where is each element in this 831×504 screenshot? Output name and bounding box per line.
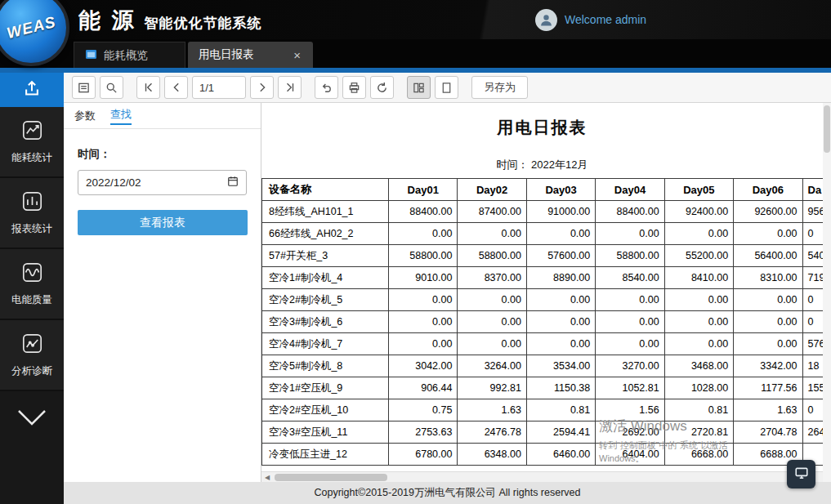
table-row: 空冷2#制冷机_50.000.000.000.000.000.000 [262, 289, 824, 311]
value-cell: 0.00 [526, 311, 595, 333]
tab-find[interactable]: 查找 [110, 107, 132, 125]
previous-page-button[interactable] [164, 76, 188, 99]
device-name-cell: 57#开关柜_3 [262, 245, 389, 267]
value-cell: 906.44 [389, 377, 458, 399]
horizontal-scrollbar[interactable]: ◀ [261, 471, 823, 482]
weas-logo-text: WEAS [5, 13, 58, 42]
column-header: Day03 [526, 179, 595, 201]
chevron-down-icon [14, 407, 50, 431]
sidebar-export-button[interactable] [0, 73, 64, 107]
calendar-icon[interactable] [227, 176, 239, 190]
service-widget-button[interactable] [787, 460, 815, 488]
vertical-scrollbar-thumb[interactable] [824, 105, 830, 153]
app-title-primary: 能 源 [78, 6, 136, 35]
search-icon[interactable] [100, 76, 123, 99]
value-cell: 0 [802, 399, 823, 421]
date-input[interactable]: 2022/12/02 [78, 170, 247, 195]
toggle-parameters-button[interactable] [72, 76, 96, 99]
value-cell: 0.00 [526, 223, 595, 245]
value-cell: 576 [802, 333, 823, 355]
value-cell: 3468.00 [664, 355, 733, 377]
value-cell: 9010.00 [389, 267, 458, 289]
panel-tabs: 参数 查找 [64, 103, 261, 129]
sidebar-collapse-button[interactable] [0, 391, 64, 447]
layout-single-page-button[interactable] [435, 76, 458, 99]
value-cell: 1177.56 [734, 377, 802, 399]
table-row: 57#开关柜_358800.0058800.0057600.0058800.00… [262, 245, 824, 267]
sidebar-item-report-stats[interactable]: 报表统计 [0, 178, 64, 249]
value-cell: 8890.00 [526, 267, 595, 289]
value-cell: 0.00 [596, 289, 664, 311]
value-cell: 0.00 [526, 333, 595, 355]
value-cell: 992.81 [458, 377, 526, 399]
column-header: 设备名称 [262, 179, 389, 201]
value-cell: 2476.78 [458, 421, 526, 444]
value-cell: 1.63 [458, 399, 526, 421]
window-icon [85, 49, 97, 62]
device-name-cell: 空冷5#制冷机_8 [262, 355, 389, 377]
value-cell: 956 [802, 201, 823, 223]
value-cell: 3534.00 [526, 355, 595, 377]
value-cell: 0 [802, 311, 823, 333]
close-icon[interactable]: × [292, 49, 302, 61]
view-report-button[interactable]: 查看报表 [78, 210, 248, 235]
sidebar-item-label: 报表统计 [11, 222, 52, 236]
table-row: 空冷1#空压机_9906.44992.811150.381052.811028.… [262, 377, 824, 399]
save-as-button[interactable]: 另存为 [471, 76, 528, 99]
value-cell: 6404.00 [596, 444, 664, 466]
last-page-button[interactable] [278, 76, 302, 99]
layout-continuous-view-button[interactable] [407, 76, 431, 99]
table-row: 空冷3#制冷机_60.000.000.000.000.000.000 [262, 311, 824, 333]
print-icon[interactable] [342, 76, 366, 99]
value-cell: 0.00 [596, 223, 664, 245]
energy-stats-icon [21, 119, 43, 144]
value-cell: 2720.81 [664, 421, 733, 444]
value-cell: 0.00 [596, 333, 664, 355]
value-cell: 0.00 [389, 333, 458, 355]
copyright-text: Copyright©2015-2019万洲电气有限公司 All rights r… [315, 486, 581, 500]
sidebar-item-power-quality[interactable]: 电能质量 [0, 249, 64, 320]
device-name-cell: 66经纬线_AH02_2 [262, 223, 389, 245]
power-quality-icon [21, 261, 43, 286]
value-cell: 87400.00 [458, 201, 526, 223]
scroll-left-icon[interactable]: ◀ [261, 474, 273, 481]
vertical-scrollbar[interactable] [823, 103, 831, 482]
device-name-cell: 空冷3#制冷机_6 [262, 311, 389, 333]
user-avatar-icon[interactable] [535, 9, 557, 31]
value-cell: 6460.00 [526, 444, 595, 466]
refresh-icon[interactable] [370, 76, 394, 99]
back-undo-icon[interactable] [315, 76, 338, 99]
value-cell: 0.00 [734, 311, 802, 333]
value-cell: 0.00 [664, 333, 733, 355]
export-icon [23, 79, 41, 100]
tab-label: 用电日报表 [199, 47, 254, 62]
tab-daily-electricity-report[interactable]: 用电日报表 × [188, 42, 313, 68]
table-row: 空冷3#空压机_112753.632476.782594.412692.0027… [262, 421, 824, 444]
value-cell: 58800.00 [596, 245, 664, 267]
tab-energy-overview[interactable]: 能耗概览 [74, 42, 185, 68]
page-indicator-input[interactable] [192, 76, 246, 99]
sidebar-item-analysis[interactable]: 分析诊断 [0, 320, 64, 391]
tab-parameters[interactable]: 参数 [74, 109, 96, 123]
value-cell: 0.00 [664, 289, 733, 311]
next-page-button[interactable] [250, 76, 274, 99]
parameters-panel: 参数 查找 时间： 2022/12/02 查看报表 [64, 103, 261, 482]
value-cell: 88400.00 [596, 201, 664, 223]
value-cell: 18 [802, 355, 823, 377]
sidebar-item-energy-stats[interactable]: 能耗统计 [0, 107, 64, 178]
value-cell: 1028.00 [664, 377, 733, 399]
value-cell: 0.00 [389, 289, 458, 311]
value-cell: 3264.00 [458, 355, 526, 377]
horizontal-scrollbar-thumb[interactable] [275, 474, 387, 481]
value-cell: 8410.00 [664, 267, 733, 289]
value-cell: 719 [802, 267, 823, 289]
first-page-button[interactable] [136, 76, 160, 99]
device-name-cell: 8经纬线_AH101_1 [262, 201, 389, 223]
app-window: 能 源 智能优化节能系统 Welcome admin WEAS 能耗概览 用电日… [0, 0, 831, 504]
device-name-cell: 空冷3#空压机_11 [262, 421, 389, 444]
value-cell: 58800.00 [389, 245, 458, 267]
table-row: 空冷1#制冷机_49010.008370.008890.008540.00841… [262, 267, 824, 289]
date-value: 2022/12/02 [86, 176, 141, 189]
value-cell: 264 [802, 421, 823, 444]
column-header: Day01 [389, 179, 458, 201]
